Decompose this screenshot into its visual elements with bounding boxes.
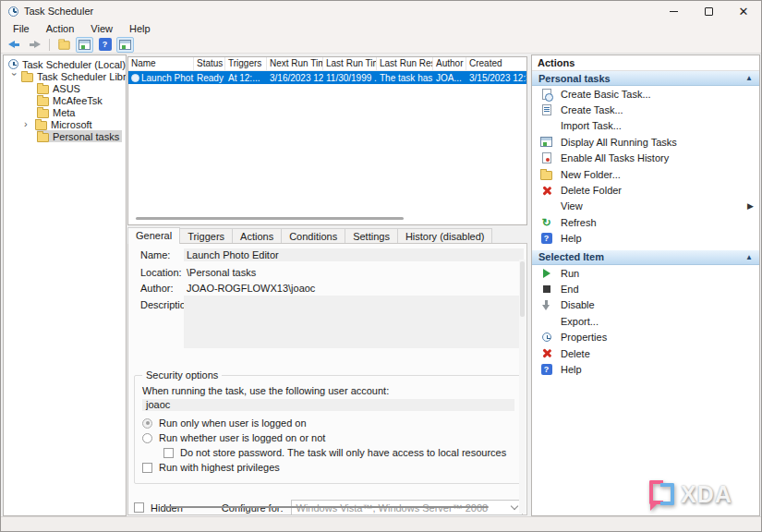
action-label: End bbox=[561, 284, 579, 295]
chevron-right-icon[interactable]: › bbox=[24, 119, 31, 129]
actions-pane: Actions Personal tasks ▲ Create Basic Ta… bbox=[531, 54, 760, 516]
radio-selected-icon[interactable] bbox=[142, 418, 152, 429]
forward-button[interactable] bbox=[26, 37, 43, 53]
action-create-task[interactable]: Create Task... bbox=[532, 102, 759, 117]
enable-history-icon bbox=[539, 151, 553, 165]
hidden-checkbox[interactable] bbox=[134, 502, 144, 513]
menu-view[interactable]: View bbox=[82, 23, 121, 34]
action-disable[interactable]: Disable bbox=[532, 297, 759, 313]
action-pane-button[interactable] bbox=[116, 37, 134, 53]
close-button[interactable]: ✕ bbox=[726, 1, 761, 21]
author-value: JOAO-ROGFLOWX13\joaoc bbox=[184, 282, 524, 295]
horizontal-scrollbar[interactable] bbox=[136, 217, 404, 220]
help-toolbar-button[interactable] bbox=[96, 37, 114, 53]
back-icon bbox=[8, 41, 20, 49]
column-header-status[interactable]: Status bbox=[194, 57, 225, 70]
action-end[interactable]: End bbox=[532, 281, 759, 296]
collapse-icon[interactable]: ▲ bbox=[745, 74, 753, 82]
chevron-down-icon[interactable]: › bbox=[9, 73, 19, 80]
toolbar-separator bbox=[49, 39, 50, 51]
tab-settings[interactable]: Settings bbox=[345, 228, 398, 244]
tree-item-personal-tasks[interactable]: Personal tasks bbox=[4, 130, 126, 142]
tree-item-microsoft[interactable]: › Microsoft bbox=[4, 118, 126, 130]
vertical-scrollbar[interactable] bbox=[519, 260, 526, 514]
action-label: New Folder... bbox=[561, 169, 621, 180]
tree-item-label: Microsoft bbox=[51, 119, 92, 130]
action-export[interactable]: Export... bbox=[532, 313, 759, 329]
section-header-personal-tasks[interactable]: Personal tasks ▲ bbox=[532, 71, 759, 86]
action-help-folder[interactable]: Help bbox=[532, 231, 759, 247]
security-options-title: Security options bbox=[142, 369, 222, 381]
action-refresh[interactable]: Refresh bbox=[532, 214, 759, 230]
minimize-button[interactable] bbox=[656, 1, 691, 21]
maximize-icon bbox=[705, 7, 713, 16]
toolbar bbox=[1, 36, 761, 54]
tab-triggers[interactable]: Triggers bbox=[179, 228, 233, 244]
section-header-label: Personal tasks bbox=[538, 73, 611, 84]
action-create-basic-task[interactable]: Create Basic Task... bbox=[532, 86, 759, 102]
action-label: Delete Folder bbox=[561, 185, 622, 196]
tab-actions[interactable]: Actions bbox=[232, 228, 282, 244]
blank-icon bbox=[539, 200, 553, 213]
action-import-task[interactable]: Import Task... bbox=[532, 118, 759, 134]
checkbox-no-password[interactable]: Do not store password. The task will onl… bbox=[163, 447, 514, 458]
checkbox-icon[interactable] bbox=[142, 463, 152, 473]
section-header-selected-item[interactable]: Selected Item ▲ bbox=[532, 250, 759, 265]
radio-unselected-icon[interactable] bbox=[142, 433, 152, 443]
checkbox-icon[interactable] bbox=[163, 448, 174, 458]
checkbox-label: Do not store password. The task will onl… bbox=[180, 447, 506, 458]
display-running-tasks-icon bbox=[539, 135, 553, 149]
chevron-down-icon bbox=[511, 502, 518, 510]
folder-icon bbox=[35, 121, 47, 130]
action-properties[interactable]: Properties bbox=[532, 329, 759, 345]
column-header-next-run[interactable]: Next Run Time bbox=[267, 57, 323, 70]
menu-help[interactable]: Help bbox=[121, 23, 159, 34]
action-display-running-tasks[interactable]: Display All Running Tasks bbox=[532, 134, 759, 150]
radio-label: Run whether user is logged on or not bbox=[159, 432, 325, 443]
back-button[interactable] bbox=[6, 37, 23, 53]
show-console-tree-button[interactable] bbox=[55, 37, 73, 53]
column-header-created[interactable]: Created bbox=[466, 57, 526, 70]
action-delete-folder[interactable]: Delete Folder bbox=[532, 182, 759, 198]
action-new-folder[interactable]: New Folder... bbox=[532, 166, 759, 182]
maximize-button[interactable] bbox=[691, 1, 726, 21]
action-view[interactable]: View ▶ bbox=[532, 199, 759, 214]
column-header-last-result[interactable]: Last Run Result bbox=[377, 57, 433, 70]
menu-file[interactable]: File bbox=[5, 23, 38, 34]
tree-item-meta[interactable]: Meta bbox=[4, 106, 126, 118]
action-label: Import Task... bbox=[561, 120, 622, 131]
tree-item-asus[interactable]: ASUS bbox=[4, 82, 126, 94]
action-delete[interactable]: Delete bbox=[532, 345, 759, 361]
actions-pane-title: Actions bbox=[532, 55, 759, 71]
console-window-button[interactable] bbox=[76, 37, 93, 53]
tab-conditions[interactable]: Conditions bbox=[281, 228, 345, 244]
new-folder-icon bbox=[539, 167, 553, 181]
column-header-name[interactable]: Name bbox=[128, 57, 194, 70]
action-enable-history[interactable]: Enable All Tasks History bbox=[532, 151, 759, 166]
action-label: Enable All Tasks History bbox=[561, 152, 669, 163]
radio-run-logged-on[interactable]: Run only when user is logged on bbox=[142, 417, 514, 429]
console-window-icon bbox=[79, 40, 91, 50]
horizontal-scrollbar[interactable] bbox=[163, 506, 489, 508]
action-help-item[interactable]: Help bbox=[532, 361, 759, 377]
tab-general[interactable]: General bbox=[127, 227, 180, 244]
column-header-last-run[interactable]: Last Run Time bbox=[323, 57, 377, 70]
action-run[interactable]: Run bbox=[532, 265, 759, 281]
scrollbar-thumb[interactable] bbox=[520, 261, 525, 317]
collapse-icon[interactable]: ▲ bbox=[745, 253, 753, 261]
task-icon bbox=[131, 74, 139, 82]
tree-item-root[interactable]: Task Scheduler (Local) bbox=[4, 58, 126, 70]
column-header-author[interactable]: Author bbox=[433, 57, 466, 70]
description-field[interactable] bbox=[184, 296, 524, 348]
tree-item-mcafeetsk[interactable]: McAfeeTsk bbox=[4, 94, 126, 106]
menu-action[interactable]: Action bbox=[38, 23, 83, 34]
delete-x-icon bbox=[539, 346, 553, 360]
column-header-triggers[interactable]: Triggers bbox=[225, 57, 267, 70]
task-last-result-cell: The task has ... bbox=[377, 73, 433, 83]
radio-run-logged-on-or-not[interactable]: Run whether user is logged on or not bbox=[142, 432, 514, 443]
checkbox-highest-privileges[interactable]: Run with highest privileges bbox=[142, 462, 514, 473]
task-row-selected[interactable]: Launch Phot... Ready At 12:... 3/16/2023… bbox=[128, 71, 526, 84]
tree-item-library[interactable]: › Task Scheduler Library bbox=[4, 70, 126, 82]
tab-history[interactable]: History (disabled) bbox=[397, 228, 493, 244]
forward-icon bbox=[29, 41, 41, 49]
